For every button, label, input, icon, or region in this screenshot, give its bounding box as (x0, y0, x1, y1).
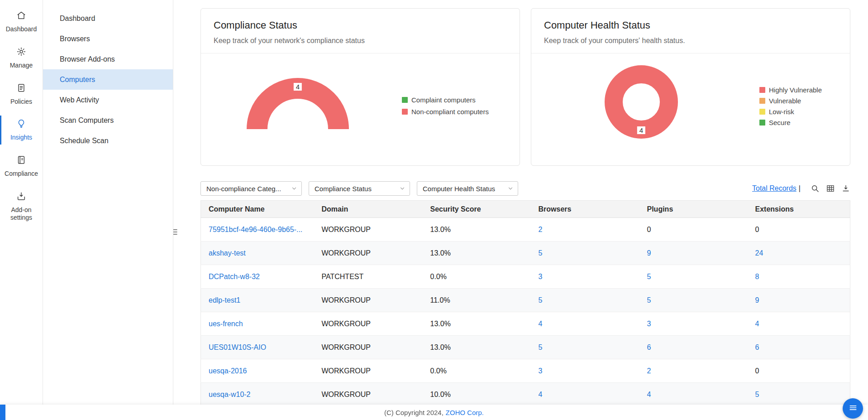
security-score-cell: 13.0% (430, 320, 451, 328)
main-content: Compliance Status Keep track of your net… (173, 0, 868, 420)
security-score-cell: 13.0% (430, 226, 451, 233)
extensions-count-link[interactable]: 24 (755, 249, 763, 257)
computer-name-link[interactable]: akshay-test (209, 249, 246, 257)
rail-item-label: Policies (10, 98, 32, 106)
plugins-count-link[interactable]: 5 (647, 273, 651, 280)
extensions-count-link[interactable]: 8 (755, 273, 759, 280)
computer-name-link[interactable]: 75951bcf-4e96-460e-9b65-... (209, 226, 302, 233)
primary-nav-rail: Dashboard Manage Policies Insights Compl… (0, 0, 43, 420)
table-row: edlp-test1WORKGROUP11.0%559 (201, 289, 850, 312)
legend-label: Highly Vulnerable (769, 86, 822, 94)
total-records-link[interactable]: Total Records (752, 184, 796, 193)
extensions-count-link[interactable]: 5 (755, 391, 759, 398)
rail-item-compliance[interactable]: Compliance (0, 148, 43, 184)
rail-item-manage[interactable]: Manage (0, 40, 43, 76)
computer-name-link[interactable]: edlp-test1 (209, 296, 240, 304)
compliance-status-card: Compliance Status Keep track of your net… (200, 8, 520, 166)
browsers-count-link[interactable]: 5 (539, 296, 543, 304)
status-cards-row: Compliance Status Keep track of your net… (200, 8, 850, 166)
compliance-gauge-chart: 4 (247, 78, 349, 129)
domain-cell: WORKGROUP (322, 296, 371, 304)
extensions-count-link[interactable]: 9 (755, 296, 759, 304)
sidebar-item-browsers[interactable]: Browsers (43, 29, 173, 49)
browsers-count-link[interactable]: 3 (539, 273, 543, 280)
table-row: akshay-testWORKGROUP13.0%5924 (201, 241, 850, 265)
browsers-count-link[interactable]: 5 (539, 343, 543, 351)
health-card-header: Computer Health Status Keep track of you… (531, 9, 850, 53)
extensions-count-link[interactable]: 6 (755, 343, 759, 351)
lightbulb-icon (16, 119, 26, 130)
computer-health-status-dropdown[interactable]: Computer Health Status (417, 181, 518, 196)
search-icon[interactable] (811, 184, 820, 193)
domain-cell: WORKGROUP (322, 391, 371, 398)
legend-item: Complaint computers (402, 96, 489, 104)
domain-cell: WORKGROUP (322, 226, 371, 233)
plugins-count-link[interactable]: 2 (647, 367, 651, 375)
computer-name-link[interactable]: DCPatch-w8-32 (209, 273, 260, 280)
browsers-count-link[interactable]: 3 (539, 367, 543, 375)
sidebar-item-scan-computers[interactable]: Scan Computers (43, 110, 173, 130)
browsers-count-link[interactable]: 4 (539, 320, 543, 328)
rail-item-label: Dashboard (6, 25, 37, 33)
browsers-count-link[interactable]: 4 (539, 391, 543, 398)
computers-table-body: 75951bcf-4e96-460e-9b65-...WORKGROUP13.0… (201, 218, 850, 406)
rail-item-addon-settings[interactable]: Add-on settings (0, 184, 43, 228)
rail-item-dashboard[interactable]: Dashboard (0, 4, 43, 40)
plugins-count-link[interactable]: 9 (647, 249, 651, 257)
compliance-chart-area: 4 Complaint computersNon-compliant compu… (201, 53, 520, 163)
legend-label: Non-compliant computers (411, 108, 489, 116)
rail-item-insights[interactable]: Insights (0, 112, 43, 148)
table-tools: Total Records | (752, 184, 850, 193)
document-icon (16, 83, 26, 95)
rail-item-policies[interactable]: Policies (0, 76, 43, 112)
domain-cell: WORKGROUP (322, 343, 371, 351)
computer-name-link[interactable]: uesqa-2016 (209, 367, 247, 375)
legend-color-chip (759, 87, 765, 93)
zoho-corp-link[interactable]: ZOHO Corp. (446, 409, 484, 416)
export-download-icon[interactable] (841, 184, 850, 193)
plugins-count-link[interactable]: 6 (647, 343, 651, 351)
browsers-count-link[interactable]: 5 (539, 249, 543, 257)
legend-color-chip (759, 109, 765, 115)
table-row: ues-frenchWORKGROUP13.0%434 (201, 312, 850, 336)
card-title: Computer Health Status (544, 19, 837, 31)
domain-cell: PATCHTEST (322, 273, 364, 280)
collapse-sidebar-toggle[interactable] (173, 227, 179, 238)
legend-label: Secure (769, 119, 791, 126)
health-chart-area: 4 Highly VulnerableVulnerableLow-riskSec… (531, 53, 850, 163)
download-tray-icon (16, 191, 26, 203)
legend-item: Non-compliant computers (402, 108, 489, 116)
copyright-footer: (C) Copyright 2024, ZOHO Corp. (0, 405, 868, 420)
sidebar-item-web-activity[interactable]: Web Activity (43, 90, 173, 110)
rail-item-label: Compliance (5, 170, 38, 178)
plugins-count-link[interactable]: 5 (647, 296, 651, 304)
sidebar-item-dashboard[interactable]: Dashboard (43, 8, 173, 29)
plugins-count-link[interactable]: 3 (647, 320, 651, 328)
bottom-left-accent (0, 405, 5, 420)
computer-name-link[interactable]: ues-french (209, 320, 243, 328)
column-header-plugins: Plugins (639, 201, 748, 218)
health-donut-chart: 4 (605, 65, 678, 139)
plugins-count-link[interactable]: 4 (647, 391, 651, 398)
quick-menu-fab[interactable] (843, 398, 863, 419)
non-compliance-category-dropdown[interactable]: Non-compliance Categ... (200, 181, 302, 196)
sidebar-item-browser-addons[interactable]: Browser Add-ons (43, 49, 173, 69)
computer-name-link[interactable]: uesqa-w10-2 (209, 391, 251, 398)
legend-label: Low-risk (769, 108, 794, 116)
sidebar-item-schedule-scan[interactable]: Schedule Scan (43, 130, 173, 151)
chevron-down-icon (291, 185, 297, 192)
donut-value-label: 4 (637, 126, 645, 134)
computer-name-link[interactable]: UES01W10S-AIO (209, 343, 266, 351)
security-score-cell: 11.0% (430, 296, 450, 304)
compliance-status-dropdown[interactable]: Compliance Status (309, 181, 410, 196)
gauge-value-label: 4 (294, 83, 302, 91)
extensions-count-link[interactable]: 4 (755, 320, 759, 328)
home-icon (16, 10, 26, 22)
table-row: uesqa-2016WORKGROUP0.0%320 (201, 359, 850, 383)
column-chooser-icon[interactable] (826, 184, 835, 193)
extensions-count-link: 0 (755, 367, 759, 375)
legend-color-chip (402, 97, 408, 103)
sidebar-item-computers[interactable]: Computers (43, 69, 173, 90)
browsers-count-link[interactable]: 2 (539, 226, 543, 233)
gear-icon (16, 47, 26, 58)
